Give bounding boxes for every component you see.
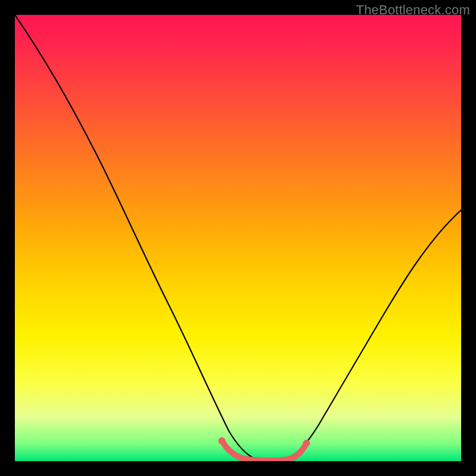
bottleneck-curve-line — [15, 15, 461, 460]
chart-svg — [15, 15, 461, 461]
chart-container: TheBottleneck.com — [0, 0, 476, 476]
marker-dot-right — [303, 440, 310, 447]
marker-dot-left — [218, 437, 226, 444]
plot-area — [15, 15, 461, 461]
optimal-range-marker — [222, 441, 306, 461]
watermark-text: TheBottleneck.com — [356, 2, 470, 18]
